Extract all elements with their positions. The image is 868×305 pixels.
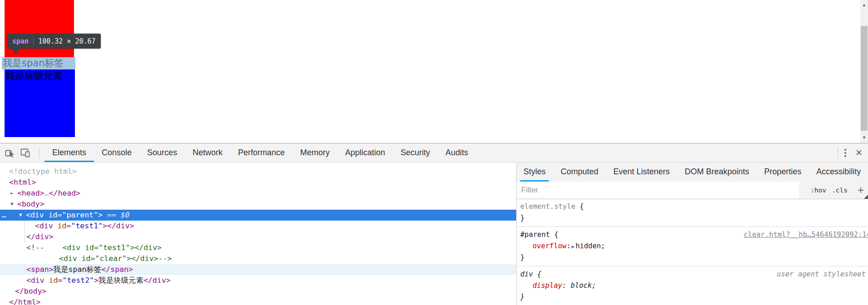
tree-row[interactable]: <div id="test1"></div>	[0, 221, 516, 231]
span-text: 我是span标签	[3, 58, 64, 69]
tree-row[interactable]: <div id="test2">我是块级元素</div>	[0, 275, 516, 286]
css-property-value[interactable]: hidden;	[576, 242, 605, 250]
tree-row[interactable]: </html>	[0, 297, 516, 305]
tree-row[interactable]: <!-- <div id="test1"></div>	[0, 242, 516, 253]
device-toolbar-icon[interactable]	[20, 148, 31, 158]
tree-row[interactable]: <div id="clear"></div>-->	[0, 253, 516, 264]
tooltip-arrow	[12, 49, 20, 54]
styles-filter-input[interactable]	[517, 182, 799, 198]
tooltip-dimensions: 100.32 × 20.67	[38, 37, 95, 45]
stylesheet-source-link[interactable]: clear.html?__hb…54646192092:14	[744, 229, 868, 241]
style-rule-section: #parent {clear.html?__hb…54646192092:14o…	[517, 227, 868, 266]
css-property-line[interactable]: display: block;	[520, 280, 868, 291]
kebab-menu-icon[interactable]	[838, 149, 853, 157]
collapse-arrow-icon[interactable]: ▼	[10, 199, 14, 210]
tab-security[interactable]: Security	[393, 143, 438, 162]
tab-audits[interactable]: Audits	[438, 143, 476, 162]
code-segment: == $0	[103, 211, 130, 219]
tree-row-selected[interactable]: …▼<div id="parent"> == $0	[0, 210, 516, 221]
scroll-down-icon[interactable]: ▼	[860, 134, 868, 141]
css-property-name[interactable]: display	[533, 281, 562, 290]
styles-filter-row: :hov .cls +	[517, 182, 868, 199]
scroll-up-icon[interactable]: ▲	[860, 2, 868, 9]
tab-network[interactable]: Network	[185, 143, 230, 162]
code-segment: id	[49, 276, 58, 285]
screen: 我是span标签 我是块级元素 span 100.32 × 20.67 ▲ ▼	[0, 0, 868, 305]
close-icon[interactable]: ✕	[853, 143, 868, 162]
toolbar-separator	[39, 148, 39, 158]
code-segment: <!doctype html>	[9, 167, 77, 176]
code-segment: <div	[26, 276, 49, 285]
sidebar-tab-dom-breakpoints[interactable]: DOM Breakpoints	[681, 162, 752, 182]
tab-performance[interactable]: Performance	[230, 143, 292, 162]
page-scrollbar[interactable]: ▲ ▼	[860, 0, 868, 143]
css-property-value[interactable]: block;	[571, 281, 596, 290]
element-classes-button[interactable]: .cls	[832, 187, 848, 194]
tree-row[interactable]: ►<head>…</head>	[0, 188, 516, 199]
style-rules: element.style {}#parent {clear.html?__hb…	[517, 199, 868, 305]
tree-row[interactable]: <span>我是span标签</span>	[0, 264, 516, 275]
expand-arrow-icon[interactable]: ►	[10, 188, 14, 199]
new-style-rule-button[interactable]: +	[858, 182, 864, 198]
css-property-name[interactable]: overflow	[533, 242, 567, 250]
css-property-line[interactable]: overflow:▶hidden;	[520, 241, 868, 252]
tree-row[interactable]: </body>	[0, 286, 516, 297]
corner-grip-icon	[864, 195, 868, 199]
rule-close-brace: }	[520, 212, 868, 224]
expand-shorthand-icon[interactable]: ▶	[571, 244, 576, 250]
tree-row[interactable]: </div>	[0, 231, 516, 242]
rule-selector[interactable]: div	[520, 270, 533, 278]
tab-memory[interactable]: Memory	[292, 143, 337, 162]
blue-box-div-test2: 我是块级元素	[5, 69, 75, 137]
rule-selector[interactable]: element.style	[520, 202, 575, 211]
code-segment: <div	[26, 211, 49, 219]
row-ellipsis-menu-icon[interactable]: …	[2, 210, 7, 221]
tab-elements[interactable]: Elements	[44, 143, 94, 162]
code-segment: "parent"	[62, 211, 98, 219]
elements-panel: <!doctype html><html>►<head>…</head>▼<bo…	[0, 162, 517, 305]
code-segment: 我是span标签	[54, 265, 102, 274]
span-element-highlight: 我是span标签	[2, 57, 75, 69]
code-segment: =	[58, 211, 62, 219]
code-segment: <head>	[17, 189, 44, 197]
scrollbar-thumb[interactable]	[861, 26, 868, 131]
code-segment: =	[67, 221, 71, 230]
tab-application[interactable]: Application	[337, 143, 393, 162]
block-text: 我是块级元素	[5, 70, 63, 81]
sidebar-tab-event-listeners[interactable]: Event Listeners	[610, 162, 673, 182]
style-rule-section: div {user agent stylesheetdisplay: block…	[517, 266, 868, 305]
sidebar-tab-accessibility[interactable]: Accessibility	[813, 162, 864, 182]
code-segment: "test1"	[71, 221, 103, 230]
code-segment: "test2"	[62, 276, 94, 285]
code-segment: </body>	[15, 287, 47, 295]
code-segment: >	[98, 211, 103, 219]
tree-row[interactable]: <html>	[0, 177, 516, 188]
code-segment: <div id="clear"></div>-->	[59, 254, 172, 263]
code-segment: </div>	[26, 232, 54, 241]
code-segment: <!-- <div id="test1"></div>	[26, 243, 162, 252]
code-segment: id	[49, 211, 58, 219]
tree-row[interactable]: <!doctype html>	[0, 166, 516, 177]
browser-viewport: 我是span标签 我是块级元素 span 100.32 × 20.67 ▲ ▼	[0, 0, 868, 143]
collapse-arrow-icon[interactable]: ▼	[19, 210, 22, 221]
tab-console[interactable]: Console	[94, 143, 139, 162]
code-segment: >	[94, 276, 99, 285]
toggle-element-state-button[interactable]: :hov	[810, 187, 826, 194]
code-segment: </head>	[49, 189, 81, 197]
rule-selector[interactable]: #parent	[520, 231, 550, 239]
sidebar-tab-styles[interactable]: Styles	[520, 162, 549, 182]
code-segment: >	[103, 221, 107, 230]
inspect-cursor-icon[interactable]	[5, 148, 15, 158]
toolbar-right-controls: ✕	[838, 143, 868, 162]
tab-sources[interactable]: Sources	[139, 143, 185, 162]
code-segment: id	[58, 221, 67, 230]
devtools-toolbar: ElementsConsoleSourcesNetworkPerformance…	[0, 143, 868, 162]
code-segment: </span>	[101, 265, 133, 274]
devtools-tabs: ElementsConsoleSourcesNetworkPerformance…	[44, 143, 476, 162]
code-segment: …	[44, 189, 49, 197]
styles-sidebar: StylesComputedEvent ListenersDOM Breakpo…	[517, 162, 868, 305]
tree-row[interactable]: ▼<body>	[0, 199, 516, 210]
sidebar-tab-computed[interactable]: Computed	[557, 162, 602, 182]
code-segment: </div>	[107, 221, 134, 230]
sidebar-tab-properties[interactable]: Properties	[761, 162, 804, 182]
